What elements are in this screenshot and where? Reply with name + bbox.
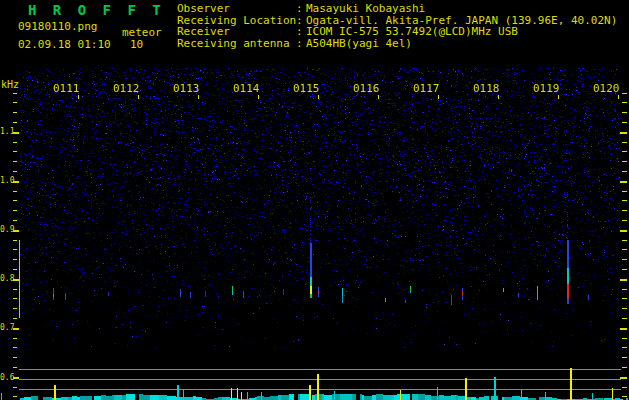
right-minor-tick (622, 210, 627, 211)
freq-major-tick (13, 230, 19, 232)
observation-datetime: 02.09.18 01:10 (18, 38, 111, 51)
freq-minor-tick (13, 289, 17, 290)
info-colon: : (296, 26, 306, 38)
right-major-tick (620, 328, 627, 330)
right-minor-tick (622, 289, 627, 290)
station-info: Observer:Masayuki KobayashiReceiving Loc… (177, 3, 617, 49)
freq-minor-tick (13, 93, 17, 94)
time-label: 0119 (533, 82, 560, 95)
right-major-tick (620, 279, 627, 281)
right-minor-tick (622, 318, 627, 319)
right-minor-tick (622, 298, 627, 299)
freq-minor-tick (13, 220, 17, 221)
right-major-tick (620, 181, 627, 183)
right-minor-tick (622, 171, 627, 172)
right-minor-tick (622, 338, 627, 339)
right-minor-tick (622, 112, 627, 113)
right-minor-tick (622, 259, 627, 260)
right-minor-tick (622, 161, 627, 162)
time-tick (378, 95, 379, 99)
right-minor-tick (622, 93, 627, 94)
right-major-tick (620, 230, 627, 232)
freq-minor-tick (13, 308, 17, 309)
time-label: 0113 (173, 82, 200, 95)
right-minor-tick (622, 269, 627, 270)
freq-minor-tick (13, 151, 17, 152)
right-minor-tick (622, 102, 627, 103)
freq-minor-tick (13, 318, 17, 319)
time-label: 0118 (473, 82, 500, 95)
time-tick (78, 95, 79, 99)
freq-minor-tick (13, 259, 17, 260)
output-filename: 09180110.png (18, 20, 97, 33)
right-minor-tick (622, 122, 627, 123)
time-tick (318, 95, 319, 99)
hrofft-screen: H R O F F T 09180110.png meteor 02.09.18… (0, 0, 629, 400)
right-major-tick (620, 132, 627, 134)
freq-minor-tick (13, 102, 17, 103)
time-label: 0112 (113, 82, 140, 95)
time-tick (558, 95, 559, 99)
freq-minor-tick (13, 347, 17, 348)
time-label: 0116 (353, 82, 380, 95)
freq-minor-tick (13, 240, 17, 241)
freq-minor-tick (13, 161, 17, 162)
time-tick (438, 95, 439, 99)
spectrogram-canvas (20, 68, 620, 355)
khz-unit-label: kHz (1, 79, 19, 90)
freq-minor-tick (13, 191, 17, 192)
info-colon: : (296, 38, 306, 50)
app-title: H R O F F T (28, 2, 165, 18)
info-label: Observer (177, 3, 296, 15)
info-label: Receiving antenna (177, 38, 296, 50)
freq-minor-tick (13, 122, 17, 123)
freq-major-tick (13, 328, 19, 330)
time-label: 0117 (413, 82, 440, 95)
right-minor-tick (622, 142, 627, 143)
freq-minor-tick (13, 171, 17, 172)
freq-major-tick (13, 132, 19, 134)
count-band-line (19, 240, 20, 318)
time-label: 0114 (233, 82, 260, 95)
time-tick (138, 95, 139, 99)
right-minor-tick (622, 240, 627, 241)
right-minor-tick (622, 151, 627, 152)
time-tick (498, 95, 499, 99)
right-minor-tick (622, 200, 627, 201)
freq-minor-tick (13, 210, 17, 211)
time-label: 0115 (293, 82, 320, 95)
freq-minor-tick (13, 249, 17, 250)
time-label: 0120 (593, 82, 620, 95)
right-minor-tick (622, 191, 627, 192)
info-label: Receiver (177, 26, 296, 38)
right-minor-tick (622, 347, 627, 348)
right-minor-tick (622, 249, 627, 250)
station-info-row: Receiving antenna:A504HB(yagi 4el) (177, 38, 617, 50)
freq-minor-tick (13, 142, 17, 143)
time-label: 0111 (53, 82, 80, 95)
freq-minor-tick (13, 298, 17, 299)
freq-minor-tick (13, 200, 17, 201)
time-tick (198, 95, 199, 99)
meteor-count: 10 (130, 38, 143, 51)
freq-major-tick (13, 181, 19, 183)
time-tick (258, 95, 259, 99)
freq-minor-tick (13, 338, 17, 339)
info-value: A504HB(yagi 4el) (306, 37, 412, 50)
right-minor-tick (622, 308, 627, 309)
time-tick (618, 95, 619, 99)
right-minor-tick (622, 220, 627, 221)
freq-minor-tick (13, 112, 17, 113)
signal-level-graph-canvas (0, 355, 629, 400)
info-colon: : (296, 3, 306, 15)
freq-minor-tick (13, 269, 17, 270)
